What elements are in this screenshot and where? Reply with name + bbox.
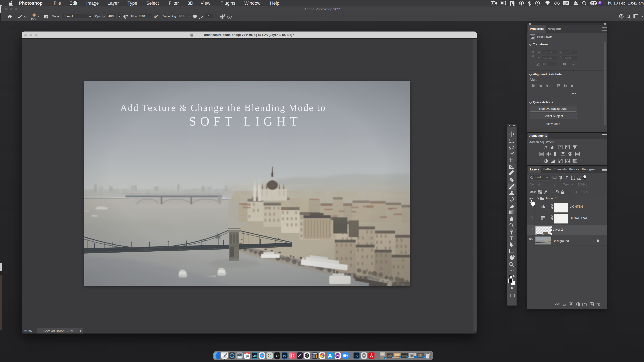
svg-text:A: A bbox=[268, 356, 269, 358]
svg-text:10: 10 bbox=[245, 355, 249, 358]
svg-text:Ps: Ps bbox=[283, 354, 286, 357]
svg-text:T: T bbox=[510, 235, 514, 241]
svg-text:A: A bbox=[268, 353, 269, 356]
svg-text:Ps: Ps bbox=[355, 354, 358, 357]
svg-text:T: T bbox=[566, 175, 568, 180]
svg-text:LrC: LrC bbox=[252, 354, 257, 357]
svg-text:fx: fx bbox=[563, 302, 566, 306]
svg-text:Br: Br bbox=[276, 354, 279, 357]
svg-text:FEB: FEB bbox=[246, 353, 248, 354]
svg-text:A: A bbox=[270, 353, 272, 356]
svg-text:α: α bbox=[270, 356, 271, 358]
